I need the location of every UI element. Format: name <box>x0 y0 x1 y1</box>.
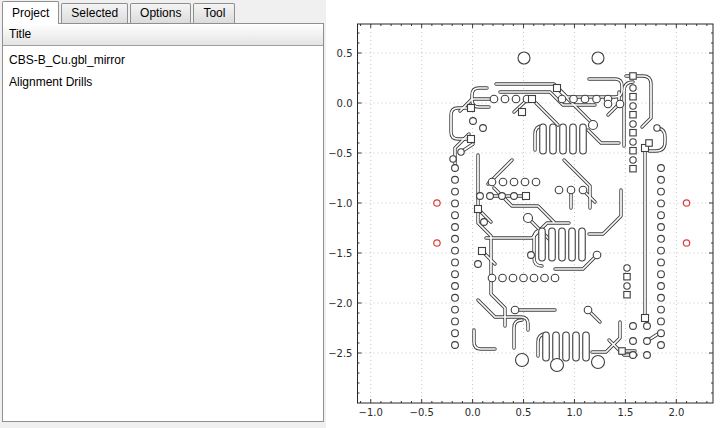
tab-project[interactable]: Project <box>2 1 59 24</box>
svg-text:−0.5: −0.5 <box>328 148 352 159</box>
svg-text:−2.5: −2.5 <box>328 348 352 359</box>
svg-text:1.5: 1.5 <box>617 407 633 418</box>
list-item-drills[interactable]: Alignment Drills <box>3 71 323 93</box>
project-item-list: CBS-B_Cu.gbl_mirror Alignment Drills <box>3 46 323 93</box>
project-panel: Title CBS-B_Cu.gbl_mirror Alignment Dril… <box>2 23 324 422</box>
svg-text:−2.0: −2.0 <box>328 298 352 309</box>
list-item-gerber[interactable]: CBS-B_Cu.gbl_mirror <box>3 49 323 71</box>
tab-tool[interactable]: Tool <box>193 3 235 23</box>
svg-text:0.5: 0.5 <box>516 407 532 418</box>
tab-selected[interactable]: Selected <box>61 3 128 23</box>
svg-text:−1.5: −1.5 <box>328 248 352 259</box>
svg-text:−0.5: −0.5 <box>410 407 434 418</box>
tab-bar: Project Selected Options Tool <box>2 0 237 23</box>
svg-text:0.0: 0.0 <box>465 407 481 418</box>
svg-text:2.0: 2.0 <box>668 407 684 418</box>
tab-options[interactable]: Options <box>130 3 191 23</box>
svg-text:0.5: 0.5 <box>337 48 353 59</box>
svg-text:−1.0: −1.0 <box>359 407 383 418</box>
svg-text:1.0: 1.0 <box>567 407 583 418</box>
svg-text:−1.0: −1.0 <box>328 198 352 209</box>
list-header-title[interactable]: Title <box>3 24 323 46</box>
plot-canvas[interactable]: −1.0−0.50.00.51.01.52.00.50.0−0.5−1.0−1.… <box>326 0 723 428</box>
svg-text:0.0: 0.0 <box>337 98 353 109</box>
pcb-plot[interactable]: −1.0−0.50.00.51.01.52.00.50.0−0.5−1.0−1.… <box>326 0 723 428</box>
